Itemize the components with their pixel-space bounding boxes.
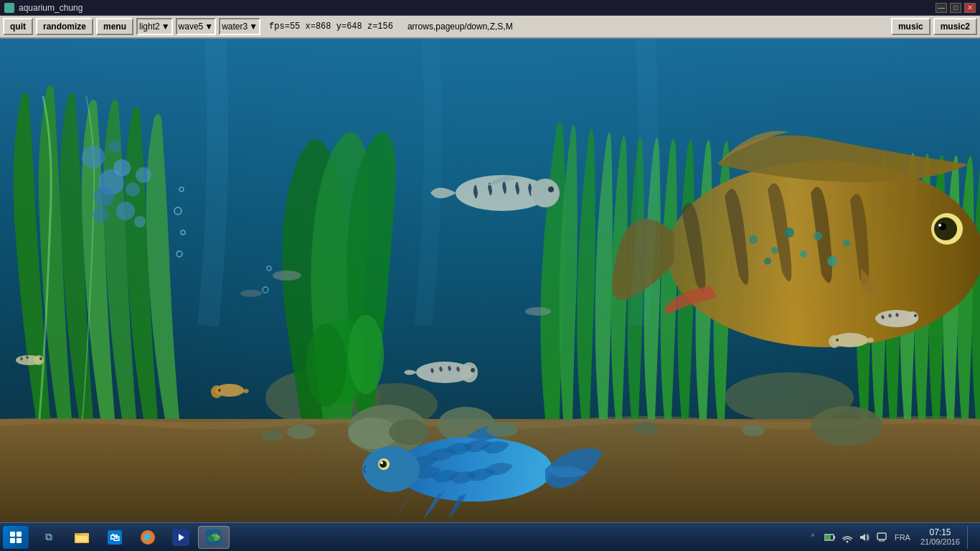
svg-point-37: [531, 179, 560, 207]
svg-point-22: [811, 406, 882, 446]
svg-rect-74: [76, 536, 88, 542]
svg-point-20: [389, 419, 429, 445]
win-logo-tr: [17, 532, 22, 537]
svg-point-9: [82, 146, 105, 169]
svg-point-53: [273, 270, 301, 281]
system-clock[interactable]: 07:15 21/09/2016: [916, 526, 964, 549]
aquarium-scene: [0, 39, 980, 522]
water-select-arrow: ▼: [249, 22, 258, 32]
taskbar: ⧉ 🛍: [0, 522, 980, 551]
taskbar-apps: ⧉ 🛍: [33, 526, 230, 549]
svg-point-89: [846, 540, 848, 542]
explorer-icon: [73, 529, 90, 546]
svg-point-33: [764, 258, 771, 265]
tray-volume[interactable]: [857, 526, 872, 549]
tray-language[interactable]: FRA: [892, 526, 913, 549]
svg-marker-90: [860, 534, 865, 541]
svg-point-41: [471, 368, 475, 372]
svg-point-38: [548, 187, 554, 192]
svg-rect-91: [877, 533, 886, 540]
aquarium-viewport[interactable]: [0, 39, 980, 522]
svg-point-32: [814, 232, 822, 240]
taskbar-app-store[interactable]: 🛍: [99, 526, 131, 549]
titlebar-controls: — □ ✕: [936, 3, 976, 13]
taskbar-app-firefox[interactable]: [132, 526, 164, 549]
svg-point-11: [108, 140, 121, 153]
wave-select[interactable]: wave5 ▼: [176, 18, 217, 35]
light-select-value: light2: [139, 22, 160, 32]
taskbar-app-media[interactable]: [165, 526, 197, 549]
svg-point-58: [39, 357, 42, 360]
svg-point-51: [380, 461, 387, 468]
svg-point-43: [907, 311, 918, 323]
svg-point-28: [749, 235, 758, 244]
music-button[interactable]: music: [891, 18, 930, 35]
svg-point-8: [126, 182, 140, 197]
svg-point-83: [207, 536, 215, 542]
wave-select-value: wave5: [179, 22, 204, 32]
randomize-button[interactable]: randomize: [36, 18, 93, 35]
windows-logo: [10, 532, 22, 543]
svg-point-31: [800, 250, 807, 258]
win-logo-tl: [10, 532, 15, 537]
minimize-button[interactable]: —: [936, 3, 947, 13]
svg-point-7: [94, 187, 114, 207]
aquarium-taskbar-icon: [205, 529, 222, 546]
svg-point-65: [633, 422, 659, 435]
svg-point-63: [262, 430, 283, 441]
menu-button[interactable]: menu: [96, 18, 133, 35]
svg-point-44: [914, 314, 917, 317]
store-icon: 🛍: [106, 529, 123, 546]
music2-button[interactable]: music2: [933, 18, 977, 35]
light-select-arrow: ▼: [161, 22, 170, 32]
svg-point-6: [113, 159, 131, 176]
start-button[interactable]: [3, 526, 29, 549]
svg-point-66: [742, 425, 765, 436]
svg-point-52: [380, 461, 383, 464]
svg-point-30: [784, 227, 794, 237]
water-select[interactable]: water3 ▼: [219, 18, 260, 35]
svg-point-61: [218, 389, 221, 392]
water-select-value: water3: [222, 22, 248, 32]
tray-chevron[interactable]: ^: [806, 526, 820, 549]
svg-point-64: [486, 423, 518, 437]
maximize-button[interactable]: □: [950, 3, 961, 13]
taskbar-app-taskview[interactable]: ⧉: [33, 526, 65, 549]
firefox-icon: [139, 529, 156, 546]
svg-point-47: [836, 339, 839, 342]
svg-point-85: [217, 534, 219, 536]
light-select[interactable]: light2 ▼: [136, 18, 173, 35]
taskbar-app-explorer[interactable]: [66, 526, 98, 549]
win-logo-bl: [10, 538, 15, 543]
taskbar-tray: ^: [806, 526, 977, 549]
svg-text:🛍: 🛍: [110, 532, 120, 543]
tray-network[interactable]: [840, 526, 854, 549]
title-bar: aquarium_chung — □ ✕: [0, 0, 980, 16]
svg-point-49: [362, 446, 420, 492]
svg-rect-88: [825, 535, 831, 540]
quit-button[interactable]: quit: [3, 18, 33, 35]
svg-point-57: [34, 355, 44, 365]
svg-point-29: [771, 247, 778, 254]
svg-point-16: [348, 315, 384, 394]
tray-battery[interactable]: [823, 526, 837, 549]
svg-point-10: [136, 167, 151, 183]
window-title: aquarium_chung: [19, 3, 83, 13]
svg-point-60: [211, 385, 222, 398]
svg-point-27: [938, 224, 941, 227]
app-icon: [4, 3, 14, 13]
svg-point-40: [461, 362, 478, 382]
tray-notification[interactable]: [875, 526, 889, 549]
svg-point-13: [134, 216, 146, 227]
svg-point-12: [116, 202, 135, 220]
clock-date: 21/09/2016: [920, 537, 960, 547]
clock-time: 07:15: [929, 527, 951, 537]
status-text: fps=55 x=868 y=648 z=156: [263, 22, 399, 32]
show-desktop-button[interactable]: [967, 526, 973, 549]
taskbar-app-aquarium[interactable]: [198, 526, 230, 549]
svg-point-35: [843, 240, 850, 247]
toolbar: quit randomize menu light2 ▼ wave5 ▼ wat…: [0, 16, 980, 39]
svg-point-34: [827, 256, 837, 266]
close-button[interactable]: ✕: [964, 3, 976, 13]
svg-point-14: [93, 207, 108, 222]
